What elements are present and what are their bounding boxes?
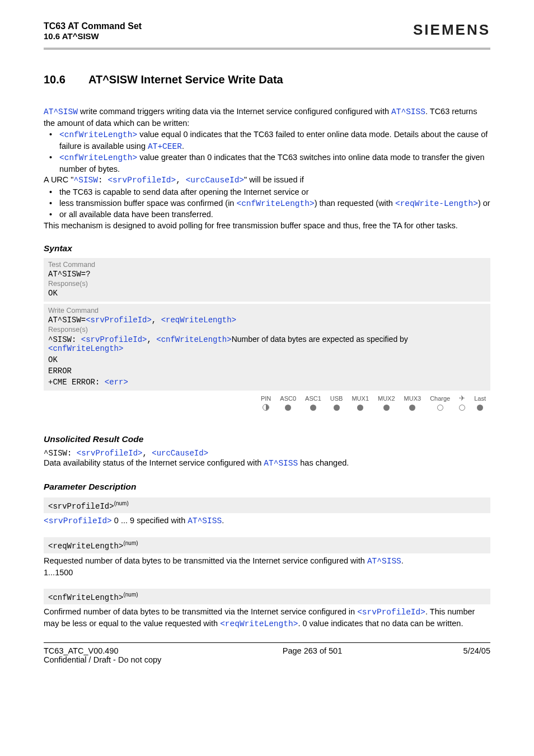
at-sisw-link[interactable]: AT^SISW: [44, 107, 78, 116]
srv-profile-id-link[interactable]: <srvProfileId>: [357, 608, 425, 617]
footer-version: TC63_ATC_V00.490: [44, 646, 161, 655]
at-siss-link[interactable]: AT^SISS: [391, 107, 425, 116]
col-airplane: ✈: [455, 394, 470, 402]
intro-bullets-1: <cnfWriteLength> value equal 0 indicates…: [46, 129, 490, 175]
req-write-length-link[interactable]: <reqWriteLength>: [220, 619, 298, 628]
urc-intro: A URC "^SISW: <srvProfileId>, <urcCauseI…: [44, 175, 490, 186]
param-req-write-length: <reqWriteLength>(num): [44, 537, 490, 553]
cnf-write-length-link[interactable]: <cnfWriteLength>: [236, 199, 314, 208]
intro-paragraph: AT^SISW write command triggers writing d…: [44, 106, 490, 129]
param-srv-profile-id: <srvProfileId>(num): [44, 497, 490, 514]
srv-profile-id-link[interactable]: <srvProfileId>: [107, 176, 176, 185]
param-srv-profile-desc: <srvProfileId> 0 ... 9 specified with AT…: [44, 515, 490, 527]
param-cnf-write-desc: Confirmed number of data bytes to be tra…: [44, 607, 490, 630]
footer-divider: [44, 642, 490, 644]
capability-icons: PIN ASC0 ASC1 USB MUX1 MUX2 MUX3 Charge …: [44, 394, 490, 412]
brand-logo: SIEMENS: [413, 21, 490, 39]
col-mux1: MUX1: [347, 394, 373, 402]
col-mux2: MUX2: [373, 394, 400, 402]
section-title: 10.6AT^SISW Internet Service Write Data: [44, 73, 490, 86]
at-siss-link[interactable]: AT^SISS: [367, 557, 401, 566]
col-usb: USB: [326, 394, 348, 402]
footer-left: TC63_ATC_V00.490 Confidential / Draft - …: [44, 646, 161, 664]
col-mux3: MUX3: [400, 394, 426, 402]
pin-status-icon: [256, 402, 275, 412]
col-pin: PIN: [256, 394, 275, 402]
doc-section: 10.6 AT^SISW: [44, 31, 142, 41]
mux1-status-icon: [347, 402, 373, 412]
header-divider: [44, 48, 490, 50]
req-write-length-link[interactable]: <reqWriteLength>: [161, 316, 236, 325]
test-command-code: AT^SISW=?: [48, 269, 486, 280]
at-siss-link[interactable]: AT^SISS: [264, 459, 298, 468]
list-item: <cnfWriteLength> value equal 0 indicates…: [46, 129, 490, 152]
last-status-icon: [470, 402, 490, 412]
urc-cause-id-link[interactable]: <urcCauseId>: [152, 449, 208, 458]
section-number: 10.6: [44, 73, 88, 86]
asc0-status-icon: [275, 402, 301, 412]
col-asc1: ASC1: [301, 394, 326, 402]
list-item: or all available data have been transfer…: [46, 209, 490, 220]
footer-confidential: Confidential / Draft - Do not copy: [44, 655, 161, 664]
params-heading: Parameter Description: [44, 482, 490, 492]
urc-description: Data availability status of the Internet…: [44, 458, 490, 469]
test-command-block: Test Command AT^SISW=? Response(s) OK: [44, 258, 490, 302]
header-left: TC63 AT Command Set 10.6 AT^SISW: [44, 21, 142, 41]
req-write-length-link[interactable]: <reqWrite-Length>: [395, 199, 478, 208]
urc-code-line: ^SISW: <srvProfileId>, <urcCauseId>: [44, 449, 490, 458]
section-heading-text: AT^SISW Internet Service Write Data: [88, 73, 283, 86]
srv-profile-id-link[interactable]: <srvProfileId>: [77, 449, 143, 458]
cnf-write-length-link[interactable]: <cnfWriteLength>: [48, 344, 123, 353]
page-footer: TC63_ATC_V00.490 Confidential / Draft - …: [44, 646, 490, 664]
intro-tail: This mechanism is designed to avoid poll…: [44, 220, 490, 232]
cnf-write-length-link[interactable]: <cnfWriteLength>: [59, 153, 137, 162]
srv-profile-id-link[interactable]: <srvProfileId>: [81, 335, 147, 344]
srv-profile-id-link[interactable]: <srvProfileId>: [86, 316, 152, 325]
cnf-write-length-link[interactable]: <cnfWriteLength>: [59, 130, 137, 139]
intro-bullets-2: the TC63 is capable to send data after o…: [46, 187, 490, 220]
write-command-block: Write Command AT^SISW=<srvProfileId>, <r…: [44, 304, 490, 391]
srv-profile-id-link[interactable]: <srvProfileId>: [44, 516, 112, 525]
response-ok: OK: [48, 354, 486, 365]
list-item: <cnfWriteLength> value greater than 0 in…: [46, 152, 490, 175]
charge-status-icon: [425, 402, 455, 412]
list-item: less transmission buffer space was confi…: [46, 198, 490, 210]
syntax-heading: Syntax: [44, 243, 490, 253]
response-label: Response(s): [48, 280, 486, 288]
page-header: TC63 AT Command Set 10.6 AT^SISW SIEMENS: [44, 21, 490, 41]
asc1-status-icon: [301, 402, 326, 412]
err-link[interactable]: <err>: [105, 378, 128, 387]
test-command-label: Test Command: [48, 261, 486, 269]
write-command-label: Write Command: [48, 307, 486, 314]
response-label: Response(s): [48, 326, 486, 334]
list-item: the TC63 is capable to send data after o…: [46, 187, 490, 198]
cnf-write-length-link[interactable]: <cnfWriteLength>: [156, 335, 231, 344]
param-req-write-desc: Requested number of data bytes to be tra…: [44, 556, 490, 567]
mux2-status-icon: [373, 402, 400, 412]
mux3-status-icon: [400, 402, 426, 412]
airplane-icon: ✈: [459, 394, 465, 402]
at-siss-link[interactable]: AT^SISS: [188, 516, 222, 525]
response-ok: OK: [48, 288, 486, 299]
param-cnf-write-length: <cnfWriteLength>(num): [44, 589, 490, 605]
param-req-write-range: 1...1500: [44, 567, 490, 579]
write-command-code: AT^SISW=<srvProfileId>, <reqWriteLength>: [48, 314, 486, 326]
at-ceer-link[interactable]: AT+CEER: [148, 142, 182, 151]
footer-page: Page 263 of 501: [283, 646, 342, 664]
response-cme: +CME ERROR: <err>: [48, 377, 486, 388]
urc-heading: Unsolicited Result Code: [44, 434, 490, 444]
sisw-urc: ^SISW: [74, 176, 99, 185]
col-charge: Charge: [425, 394, 455, 402]
write-response-code: ^SISW: <srvProfileId>, <cnfWriteLength>N…: [48, 334, 486, 354]
response-error: ERROR: [48, 365, 486, 377]
doc-title: TC63 AT Command Set: [44, 21, 142, 31]
footer-date: 5/24/05: [463, 646, 490, 664]
usb-status-icon: [326, 402, 348, 412]
col-asc0: ASC0: [275, 394, 301, 402]
urc-cause-id-link[interactable]: <urcCauseId>: [186, 176, 244, 185]
airplane-status-icon: [455, 402, 470, 412]
col-last: Last: [470, 394, 490, 402]
